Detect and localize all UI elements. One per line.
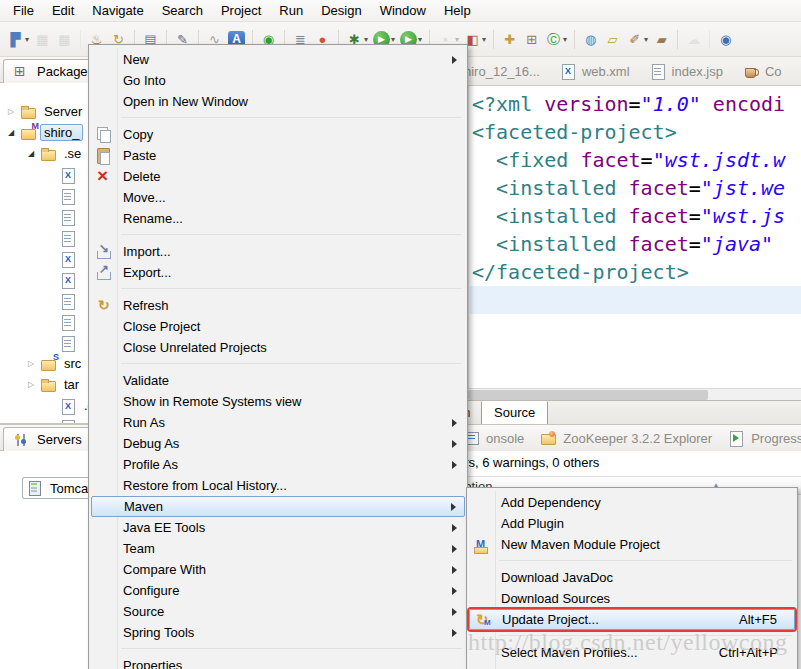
tree-expand-icon[interactable] <box>28 149 40 158</box>
tree-item-label <box>80 258 88 260</box>
menu-item[interactable]: Open in New Window <box>91 91 465 112</box>
menu-item[interactable] <box>91 358 465 370</box>
menu-item[interactable]: Debug As <box>91 433 465 454</box>
toolbar-button[interactable]: ▰ ▾ <box>652 30 678 49</box>
menu-item-icon <box>91 51 117 69</box>
toolbar-button[interactable]: ⊞ ▾ <box>522 30 541 49</box>
menu-item[interactable]: Copy <box>91 124 465 145</box>
menu-item[interactable]: Run As <box>91 412 465 433</box>
menubar-item[interactable]: Edit <box>43 1 83 20</box>
view-tab[interactable]: Progress <box>721 427 801 449</box>
menu-item[interactable]: Import... <box>91 241 465 262</box>
menu-item[interactable]: Java EE Tools <box>91 517 465 538</box>
tree-expand-icon[interactable] <box>8 107 20 116</box>
toolbar-button[interactable]: ✐ ▾ <box>625 30 649 49</box>
menu-item[interactable]: Maven <box>91 496 465 517</box>
menubar-item[interactable]: Window <box>371 1 435 20</box>
menubar-item[interactable]: Navigate <box>83 1 152 20</box>
menu-item[interactable]: Validate <box>91 370 465 391</box>
editor-tab[interactable]: Co <box>733 58 792 84</box>
menu-item[interactable]: Download Sources <box>469 588 795 609</box>
menu-item[interactable]: Add Dependency <box>469 492 795 513</box>
dropdown-arrow-icon[interactable]: ▾ <box>391 35 395 44</box>
toolbar-button[interactable]: ✚ ▾ <box>500 30 519 49</box>
menubar-item[interactable]: Help <box>435 1 480 20</box>
tree-item-label: .se <box>60 145 85 162</box>
menubar-item[interactable]: Design <box>312 1 370 20</box>
menu-item[interactable]: Compare With <box>91 559 465 580</box>
menu-item[interactable]: Delete <box>91 166 465 187</box>
tab-servers[interactable]: Servers <box>3 427 92 451</box>
menubar-item[interactable]: File <box>4 1 43 20</box>
editor-tab[interactable]: hiro_12_16... <box>454 59 550 84</box>
menu-item[interactable]: Rename... <box>91 208 465 229</box>
toolbar-button[interactable]: ▛ ▾ <box>6 30 30 49</box>
menu-item[interactable]: Show in Remote Systems view <box>91 391 465 412</box>
view-tab[interactable]: ZooKeeper 3.2.2 Explorer <box>533 427 719 449</box>
menu-item[interactable]: Add Plugin <box>469 513 795 534</box>
tab-source[interactable]: Source <box>481 401 548 425</box>
tree-item-icon <box>40 356 57 372</box>
menu-item-icon <box>469 494 495 512</box>
menu-item[interactable]: Export... <box>91 262 465 283</box>
toolbar-icon: ✐ <box>626 31 643 48</box>
menu-item[interactable] <box>91 283 465 295</box>
menu-item[interactable]: Select Maven Profiles... Ctrl+Alt+P <box>469 642 795 663</box>
menu-item[interactable] <box>91 112 465 124</box>
menu-item[interactable]: New Maven Module Project <box>469 534 795 555</box>
menu-item[interactable]: Update Project... Alt+F5 <box>469 609 795 630</box>
server-item-tomcat[interactable]: Tomca <box>22 477 97 499</box>
menubar-item[interactable]: Search <box>153 1 212 20</box>
maven-submenu: Add Dependency Add Plugin New Maven Modu… <box>466 487 798 669</box>
toolbar-button[interactable]: ☁ ▾ <box>684 30 710 49</box>
menu-item[interactable]: Paste <box>91 145 465 166</box>
menu-item[interactable]: Spring Tools <box>91 622 465 643</box>
toolbar-icon: ▱ <box>604 31 621 48</box>
menu-item-label: Debug As <box>117 436 438 451</box>
menu-item-label: Rename... <box>117 211 448 226</box>
toolbar-button[interactable]: Ⓒ ▾ <box>544 30 575 49</box>
editor-tab[interactable]: web.xml <box>550 58 640 84</box>
dropdown-arrow-icon[interactable]: ▾ <box>418 35 422 44</box>
dropdown-arrow-icon[interactable]: ▾ <box>455 35 459 44</box>
menu-item[interactable]: Source <box>91 601 465 622</box>
tree-expand-icon[interactable] <box>8 128 20 137</box>
menu-item[interactable]: Properties <box>91 655 465 669</box>
menu-item[interactable]: Profile As <box>91 454 465 475</box>
horizontal-scrollbar[interactable]: ◂ <box>454 388 801 400</box>
editor-tab[interactable]: index.jsp <box>640 58 733 84</box>
toolbar-button[interactable]: ▦ ▾ <box>55 30 81 49</box>
menu-item[interactable]: Team <box>91 538 465 559</box>
code-editor[interactable]: <?xml version="1.0" encodi<faceted-proje… <box>454 86 801 388</box>
dropdown-arrow-icon[interactable]: ▾ <box>482 35 486 44</box>
menu-item[interactable]: New <box>91 49 465 70</box>
menu-item[interactable]: Download JavaDoc <box>469 567 795 588</box>
scrollbar-thumb[interactable] <box>468 390 708 400</box>
tree-expand-icon[interactable] <box>28 380 40 389</box>
menu-item[interactable]: Configure <box>91 580 465 601</box>
menu-item[interactable]: Close Project <box>91 316 465 337</box>
menubar-item[interactable]: Project <box>212 1 270 20</box>
menu-item[interactable] <box>469 555 795 567</box>
tree-item-icon <box>20 104 37 120</box>
tree-expand-icon[interactable] <box>28 359 40 368</box>
toolbar-button[interactable]: ◉ ▾ <box>716 30 735 49</box>
toolbar-button[interactable]: ▦ ▾ <box>33 30 52 49</box>
menu-item[interactable] <box>91 229 465 241</box>
toolbar-button[interactable]: ▱ ▾ <box>603 30 622 49</box>
toolbar-button[interactable]: ◍ ▾ <box>581 30 600 49</box>
menu-item[interactable]: Go Into <box>91 70 465 91</box>
menu-item[interactable]: Close Unrelated Projects <box>91 337 465 358</box>
dropdown-arrow-icon[interactable]: ▾ <box>563 35 567 44</box>
menubar-item[interactable]: Run <box>270 1 312 20</box>
dropdown-arrow-icon[interactable]: ▾ <box>644 35 648 44</box>
menu-item[interactable] <box>469 630 795 642</box>
menu-item[interactable]: Refresh <box>91 295 465 316</box>
menu-item-icon <box>91 147 117 165</box>
menu-item[interactable]: Move... <box>91 187 465 208</box>
dropdown-arrow-icon[interactable]: ▾ <box>364 35 368 44</box>
dropdown-arrow-icon[interactable]: ▾ <box>25 35 29 44</box>
menu-item[interactable]: Restore from Local History... <box>91 475 465 496</box>
menu-item-label: Close Project <box>117 319 448 334</box>
menu-item[interactable] <box>91 643 465 655</box>
